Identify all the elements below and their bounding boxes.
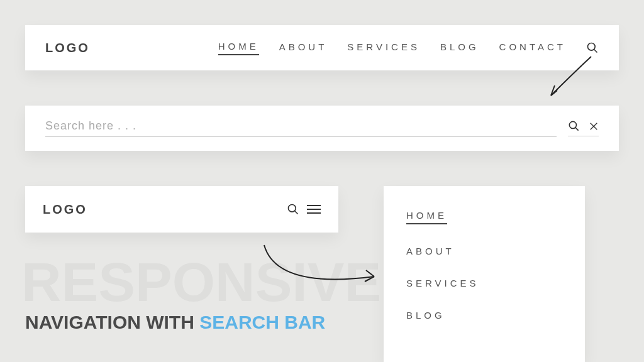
svg-point-6 [289, 205, 296, 212]
dropdown-item-about[interactable]: ABOUT [406, 246, 455, 256]
search-icon[interactable] [287, 203, 299, 216]
hero-subtitle: NAVIGATION WITH SEARCH BAR [25, 312, 325, 333]
hero-subtitle-accent: SEARCH BAR [199, 312, 325, 332]
nav-link-home[interactable]: HOME [218, 41, 259, 55]
hero-background-text: RESPONSIVE [21, 250, 381, 314]
dropdown-item-home[interactable]: HOME [406, 210, 447, 224]
nav-link-blog[interactable]: BLOG [440, 41, 479, 55]
hero-subtitle-main: NAVIGATION WITH [25, 312, 199, 332]
svg-line-1 [594, 50, 597, 53]
svg-point-2 [569, 121, 576, 128]
nav-link-about[interactable]: ABOUT [279, 41, 328, 55]
navbar-mobile: LOGO [25, 186, 338, 233]
search-input[interactable] [45, 119, 557, 137]
nav-links: HOME ABOUT SERVICES BLOG CONTACT [218, 41, 599, 55]
logo-mobile: LOGO [43, 202, 87, 217]
svg-line-7 [295, 211, 298, 214]
svg-point-0 [588, 43, 596, 51]
nav-link-contact[interactable]: CONTACT [499, 41, 566, 55]
search-icon[interactable] [568, 120, 580, 132]
dropdown-item-services[interactable]: SERVICES [406, 278, 479, 288]
navbar-desktop: LOGO HOME ABOUT SERVICES BLOG CONTACT [25, 25, 619, 70]
mobile-actions [287, 203, 321, 216]
search-icon[interactable] [586, 41, 599, 54]
search-actions [568, 120, 599, 136]
svg-line-3 [575, 128, 579, 131]
hamburger-icon[interactable] [307, 205, 321, 214]
nav-link-services[interactable]: SERVICES [347, 41, 420, 55]
logo: LOGO [45, 41, 90, 55]
dropdown-menu: HOME ABOUT SERVICES BLOG [384, 186, 585, 362]
search-bar [25, 106, 619, 151]
close-icon[interactable] [589, 121, 599, 131]
dropdown-item-blog[interactable]: BLOG [406, 310, 445, 321]
